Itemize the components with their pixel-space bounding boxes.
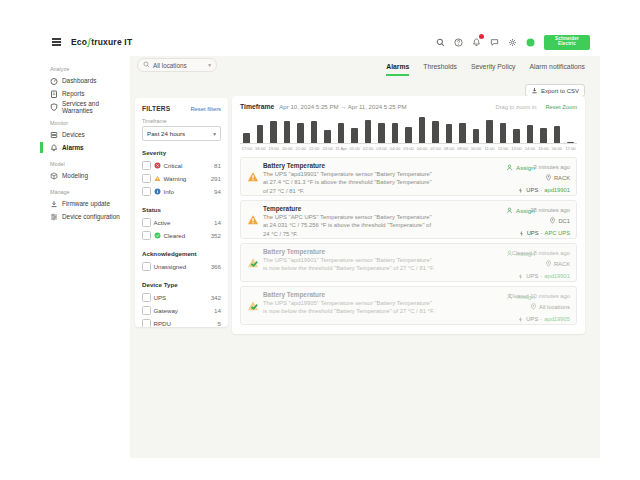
- filter-checkbox-warning[interactable]: [142, 174, 151, 183]
- histogram-bar: [392, 123, 399, 143]
- help-icon[interactable]: [452, 36, 464, 48]
- reset-zoom-link[interactable]: Reset Zoom: [545, 104, 577, 110]
- search-icon[interactable]: [434, 36, 446, 48]
- x-tick-label: 09:00: [456, 146, 469, 151]
- histogram-bar-slot: [510, 129, 523, 143]
- tab-severity-policy[interactable]: Severity Policy: [471, 63, 516, 76]
- filter-checkbox-gateway[interactable]: [142, 306, 151, 315]
- account-icon[interactable]: [524, 36, 536, 48]
- range-arrow: →: [340, 103, 346, 110]
- x-tick-label: 07:00: [429, 146, 442, 151]
- warning-icon: [247, 171, 259, 183]
- filter-row-unassigned: Unassigned366: [142, 260, 221, 273]
- histogram-bar: [351, 128, 358, 143]
- person-icon: [506, 164, 513, 171]
- server-icon: [50, 131, 58, 139]
- tab-alarms[interactable]: Alarms: [386, 63, 409, 76]
- warning-icon: [247, 214, 259, 226]
- range-start: Apr 10, 2024 5:25 PM: [279, 103, 338, 110]
- histogram-bar: [459, 123, 466, 143]
- device-link[interactable]: apd19901: [544, 185, 570, 196]
- alarm-meta: Cleared 8 minutes agoRACKUPS · apd19901: [512, 248, 570, 282]
- sidebar-item-dashboards[interactable]: Dashboards: [40, 74, 130, 87]
- filter-checkbox-info[interactable]: [142, 187, 151, 196]
- filter-count: 94: [214, 188, 221, 195]
- zap-icon: [517, 316, 524, 323]
- help-icon: [454, 38, 463, 47]
- alarm-description: The UPS "apd19901" Temperature sensor "B…: [263, 256, 435, 273]
- filter-checkbox-rpdu[interactable]: [142, 319, 151, 327]
- alarm-content: TemperatureThe UPS "APC UPS" Temperature…: [263, 205, 435, 238]
- alarm-device-line: UPS · apd19901: [517, 185, 570, 196]
- tab-thresholds[interactable]: Thresholds: [423, 63, 457, 76]
- alarm-device: UPS · apd19905: [517, 314, 570, 325]
- filter-count: 14: [214, 307, 221, 314]
- x-tick-label: 19:00: [267, 146, 280, 151]
- histogram-bar: [243, 133, 250, 143]
- alarm-card[interactable]: Battery TemperatureThe UPS "apd19901" Te…: [240, 157, 577, 196]
- filter-groups: SeverityCritical81Warning291Info94Status…: [142, 149, 221, 327]
- histogram-bar-slot: [240, 133, 253, 143]
- filter-checkbox-cleared[interactable]: [142, 231, 151, 240]
- device-type-label: UPS: [526, 185, 538, 196]
- notifications-icon: [472, 38, 481, 47]
- alarm-card[interactable]: TemperatureThe UPS "APC UPS" Temperature…: [240, 200, 577, 239]
- alarm-title: Battery Temperature: [263, 291, 435, 298]
- device-link[interactable]: apd19905: [544, 314, 570, 325]
- notifications-icon[interactable]: [470, 36, 482, 48]
- menu-icon[interactable]: [50, 36, 63, 47]
- histogram-bar: [338, 123, 345, 143]
- sidebar-item-modeling[interactable]: Modeling: [40, 169, 130, 182]
- chart-controls: Drag to zoom in Reset Zoom: [496, 104, 578, 110]
- alarm-histogram[interactable]: 17:0018:0019:0020:0021:0022:0023:0011 Ap…: [240, 116, 577, 151]
- location-selector[interactable]: All locations ▾: [137, 58, 217, 72]
- alarm-title: Temperature: [263, 205, 435, 212]
- sidebar-item-firmware-update[interactable]: Firmware update: [40, 197, 130, 210]
- alarm-content: Battery TemperatureThe UPS "apd19905" Te…: [263, 291, 435, 316]
- cleared-warning-icon: [247, 300, 259, 312]
- filter-checkbox-critical[interactable]: [142, 161, 151, 170]
- sidebar-item-services-and-warranties[interactable]: Services and Warranties: [40, 100, 130, 113]
- histogram-bar: [257, 125, 264, 143]
- filter-checkbox-active[interactable]: [142, 218, 151, 227]
- alarm-location-line: RACK: [512, 259, 570, 271]
- filter-label: RPDU: [154, 320, 172, 327]
- chevron-down-icon: ▾: [208, 62, 211, 68]
- histogram-bar: [486, 120, 493, 143]
- filter-checkbox-unassigned[interactable]: [142, 262, 151, 271]
- sidebar-item-label: Dashboards: [62, 77, 96, 84]
- reset-filters-link[interactable]: Reset filters: [190, 106, 221, 112]
- settings-icon: [508, 38, 517, 47]
- x-tick-label: 11 Apr: [334, 146, 347, 151]
- device-link[interactable]: apd19901: [544, 271, 570, 282]
- x-tick-label: 23:00: [321, 146, 334, 151]
- timeframe-select[interactable]: Past 24 hours ▾: [142, 126, 221, 141]
- alarm-card[interactable]: Battery TemperatureThe UPS "apd19905" Te…: [240, 286, 577, 325]
- histogram-bar: [446, 124, 453, 143]
- tab-alarm-notifications[interactable]: Alarm notifications: [529, 63, 585, 76]
- feedback-icon[interactable]: [488, 36, 500, 48]
- histogram-bar-slot: [375, 123, 388, 143]
- topbar-left: Ecoʃtruxure IT: [50, 36, 132, 47]
- critical-icon: [154, 162, 161, 169]
- alarm-timestamp: Cleared 10 minutes ago: [508, 291, 570, 302]
- x-tick-label: 01:00: [348, 146, 361, 151]
- alarm-card[interactable]: Battery TemperatureThe UPS "apd19901" Te…: [240, 243, 577, 282]
- alarm-meta: Cleared 10 minutes agoAll locationsUPS ·…: [508, 291, 570, 325]
- alarm-device-line: UPS · APC UPS: [518, 228, 570, 239]
- sidebar-item-device-configuration[interactable]: Device configuration: [40, 210, 130, 223]
- sidebar-item-devices[interactable]: Devices: [40, 128, 130, 141]
- settings-icon[interactable]: [506, 36, 518, 48]
- pin-icon: [545, 174, 552, 181]
- filter-checkbox-ups[interactable]: [142, 293, 151, 302]
- x-tick-label: 20:00: [280, 146, 293, 151]
- histogram-bar-slot: [361, 120, 374, 143]
- x-tick-label: 17:00: [240, 146, 253, 151]
- alarm-device-line: UPS · apd19905: [508, 314, 570, 325]
- device-link[interactable]: APC UPS: [545, 228, 570, 239]
- sidebar-item-reports[interactable]: Reports: [40, 87, 130, 100]
- alarm-device: UPS · apd19901: [517, 185, 570, 196]
- x-tick-label: 16:00: [550, 146, 563, 151]
- sidebar-item-alarms[interactable]: Alarms: [40, 141, 130, 154]
- alarm-timestamp: Cleared 8 minutes ago: [512, 248, 570, 259]
